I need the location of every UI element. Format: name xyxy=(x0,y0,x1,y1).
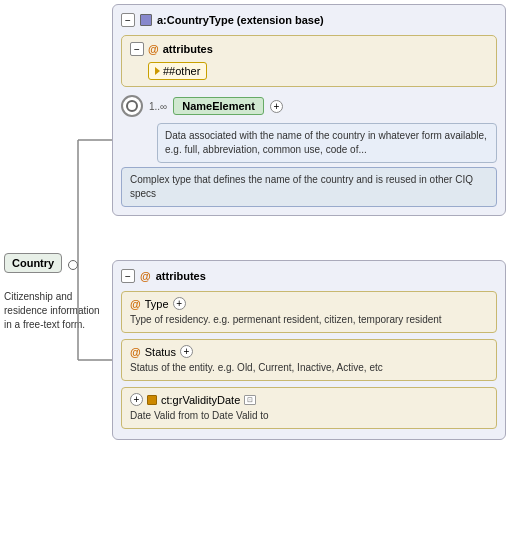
attributes-panel-top: − @ attributes ##other xyxy=(121,35,497,87)
country-label: Country xyxy=(12,257,54,269)
status-attr-header: @ Status + xyxy=(130,345,488,358)
status-attr-label: Status xyxy=(145,346,176,358)
country-type-header: − a:CountryType (extension base) xyxy=(121,13,497,27)
validity-attr-header: + ct:grValidityDate ⊡ xyxy=(130,393,488,406)
validity-expand-btn[interactable]: + xyxy=(130,393,143,406)
validity-attr-label: ct:grValidityDate xyxy=(161,394,240,406)
country-attrs-panel: − @ attributes @ Type + Type of residenc… xyxy=(112,260,506,440)
attr-header-top: − @ attributes xyxy=(130,42,488,56)
at-icon-bottom: @ xyxy=(140,270,151,282)
validity-attr-desc: Date Valid from to Date Valid to xyxy=(130,409,488,423)
type-attr-desc: Type of residency. e.g. permenant reside… xyxy=(130,313,488,327)
country-attrs-label: attributes xyxy=(156,270,206,282)
country-connector-circle xyxy=(68,260,78,270)
other-tag: ##other xyxy=(148,62,207,80)
attributes-label-top: attributes xyxy=(163,43,213,55)
main-container: Country Citizenship and residence inform… xyxy=(0,0,532,546)
attributes-collapse-btn-top[interactable]: − xyxy=(130,42,144,56)
type-expand-btn[interactable]: + xyxy=(173,297,186,310)
name-element-expand-btn[interactable]: + xyxy=(270,100,283,113)
connector-inner xyxy=(126,100,138,112)
other-tag-label: ##other xyxy=(163,65,200,77)
name-element-row: 1..∞ NameElement + xyxy=(121,95,497,117)
type-attr-item: @ Type + Type of residency. e.g. permena… xyxy=(121,291,497,333)
country-type-desc: Complex type that defines the name of th… xyxy=(121,167,497,207)
status-attr-item: @ Status + Status of the entity. e.g. Ol… xyxy=(121,339,497,381)
status-expand-btn[interactable]: + xyxy=(180,345,193,358)
country-type-title: a:CountryType (extension base) xyxy=(157,14,324,26)
type-attr-label: Type xyxy=(145,298,169,310)
at-icon-status: @ xyxy=(130,346,141,358)
country-type-collapse-btn[interactable]: − xyxy=(121,13,135,27)
link-icon: ⊡ xyxy=(244,395,256,405)
country-attrs-collapse-btn[interactable]: − xyxy=(121,269,135,283)
orange-square-icon xyxy=(147,395,157,405)
validity-attr-item: + ct:grValidityDate ⊡ Date Valid from to… xyxy=(121,387,497,429)
multiplicity: 1..∞ xyxy=(149,101,167,112)
connector-node xyxy=(121,95,143,117)
country-node: Country xyxy=(4,253,62,273)
name-element-tag: NameElement xyxy=(173,97,264,115)
type-attr-header: @ Type + xyxy=(130,297,488,310)
country-attrs-header: − @ attributes xyxy=(121,269,497,283)
triangle-icon xyxy=(155,67,160,75)
type-icon xyxy=(140,14,152,26)
at-icon-top: @ xyxy=(148,43,159,55)
at-icon-type: @ xyxy=(130,298,141,310)
name-element-desc: Data associated with the name of the cou… xyxy=(157,123,497,163)
country-type-panel: − a:CountryType (extension base) − @ att… xyxy=(112,4,506,216)
country-description: Citizenship and residence information in… xyxy=(4,290,104,332)
status-attr-desc: Status of the entity. e.g. Old, Current,… xyxy=(130,361,488,375)
